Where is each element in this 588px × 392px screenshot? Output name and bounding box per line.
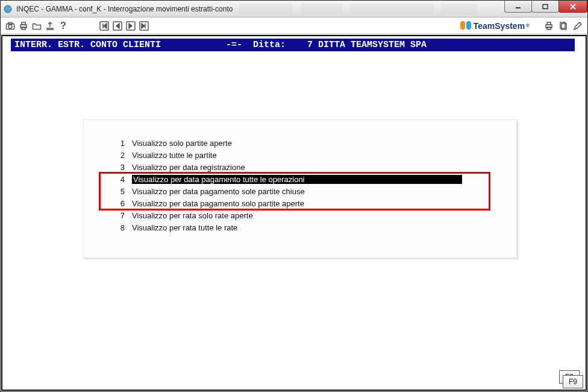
option-row[interactable]: 7Visualizzo per rata solo rate aperte [102,209,498,221]
minimize-button[interactable] [504,1,532,13]
titlebar: INQEC - GAMMA - conf_K - Interrogazione … [1,1,587,17]
option-number: 8 [102,223,132,232]
option-number: 1 [102,139,132,148]
next-icon[interactable] [126,21,136,31]
option-row[interactable]: 4Visualizzo per data pagamento tutte le … [102,173,498,185]
print-icon[interactable] [19,21,28,31]
copy-icon[interactable] [558,21,568,31]
background-tabs-blur [239,3,505,15]
option-label: Visualizzo per data pagamento solo parti… [132,199,498,208]
option-number: 6 [102,199,132,208]
svg-rect-10 [22,27,25,30]
f9-button-outer[interactable]: F9 [563,375,583,388]
option-row[interactable]: 8Visualizzo per rata tutte le rate [102,221,498,233]
maximize-button[interactable] [531,1,559,13]
option-label: Visualizzo per data registrazione [132,163,498,172]
option-number: 4 [102,175,132,184]
option-number: 7 [102,211,132,220]
option-label: Visualizzo per rata solo rate aperte [132,211,498,220]
app-body: INTERR. ESTR. CONTO CLIENTI -=- Ditta: 7… [1,35,587,391]
svg-point-6 [8,25,12,28]
option-row[interactable]: 6Visualizzo per data pagamento solo part… [102,197,498,209]
brand-text: TeamSystem [474,21,525,31]
first-icon[interactable] [99,21,109,31]
option-number: 5 [102,187,132,196]
option-label: Visualizzo solo partite aperte [132,139,498,148]
edit-icon[interactable] [573,21,583,31]
svg-rect-16 [547,22,551,25]
app-icon [3,4,13,14]
help-icon[interactable]: ? [58,21,68,31]
svg-rect-2 [543,4,548,8]
option-label: Visualizzo per data pagamento tutte le o… [132,175,462,184]
header-strip: INTERR. ESTR. CONTO CLIENTI -=- Ditta: 7… [11,39,575,51]
option-row[interactable]: 5Visualizzo per data pagamento sole part… [102,185,498,197]
last-icon[interactable] [139,21,149,31]
upload-icon[interactable] [45,21,55,31]
app-window: INQEC - GAMMA - conf_K - Interrogazione … [0,0,588,392]
window-buttons [505,1,587,17]
camera-icon[interactable] [5,21,15,31]
svg-rect-17 [547,27,551,30]
folder-icon[interactable] [32,21,42,31]
options-list: 1Visualizzo solo partite aperte2Visualiz… [102,137,498,233]
option-label: Visualizzo per data pagamento sole parti… [132,187,498,196]
option-row[interactable]: 1Visualizzo solo partite aperte [102,137,498,149]
print-right-icon[interactable] [544,21,554,31]
option-row[interactable]: 2Visualizzo tutte le partite [102,149,498,161]
brand-icon [460,21,471,31]
window-title: INQEC - GAMMA - conf_K - Interrogazione … [16,5,239,13]
svg-point-0 [4,5,11,13]
option-label: Visualizzo tutte le partite [132,151,498,160]
option-row[interactable]: 3Visualizzo per data registrazione [102,161,498,173]
brand-reg: ® [526,23,530,28]
close-button[interactable] [558,1,587,13]
option-number: 2 [102,151,132,160]
prev-icon[interactable] [113,21,122,31]
svg-rect-9 [22,22,25,25]
toolbar: ? TeamSystem® [1,17,587,34]
option-label: Visualizzo per rata tutte le rate [132,223,498,232]
option-number: 3 [102,163,132,172]
options-panel: 1Visualizzo solo partite aperte2Visualiz… [83,119,517,258]
brand: TeamSystem® [460,21,530,31]
